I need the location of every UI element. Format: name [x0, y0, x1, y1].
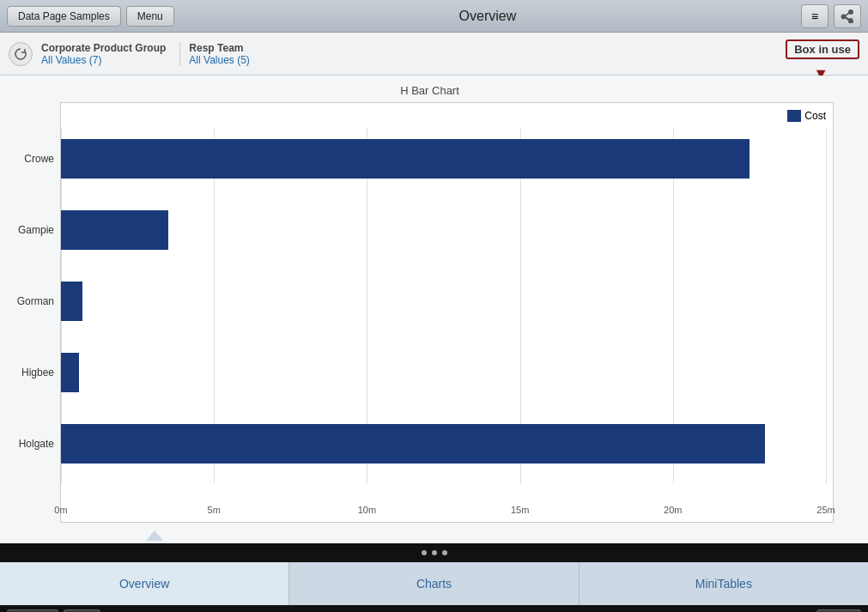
bar: [61, 210, 168, 250]
tab-charts[interactable]: Charts: [289, 562, 579, 605]
x-axis-label: 0m: [54, 505, 67, 515]
bar-row: Gorman: [61, 282, 82, 321]
filter-bar: Corporate Product Group All Values (7) R…: [0, 33, 868, 76]
bar-row: Holgate: [61, 424, 765, 464]
bar-label: Crowe: [9, 153, 61, 165]
bar-row: Gampie: [61, 210, 168, 250]
nav-tabs: Overview Charts MiniTables: [0, 562, 868, 605]
bar-label: Gampie: [9, 224, 61, 236]
corporate-product-group-filter[interactable]: Corporate Product Group All Values (7): [41, 42, 180, 66]
bar: [61, 353, 79, 392]
tab-overview[interactable]: Overview: [0, 562, 289, 605]
box-in-use-text: in use: [818, 43, 851, 56]
dot-1[interactable]: [422, 550, 427, 555]
reset-filter-button[interactable]: [9, 42, 33, 66]
status-bar: Sections Sync Last Sync: 10/30/2019 10:5…: [0, 605, 868, 612]
top-bar-right: ≡: [801, 4, 861, 28]
box-in-use-badge: Box in use: [786, 39, 859, 59]
bar-row: Higbee: [61, 353, 79, 392]
corporate-label: Corporate Product Group: [41, 42, 166, 54]
legend-color-box: [787, 110, 801, 122]
x-axis-label: 20m: [664, 505, 682, 515]
bar-row: Crowe: [61, 139, 750, 179]
top-bar: Data Page Samples Menu Overview ≡: [0, 0, 868, 33]
resp-label: Resp Team: [189, 42, 249, 54]
resp-team-filter[interactable]: Resp Team All Values (5): [189, 42, 263, 66]
legend-label: Cost: [804, 110, 826, 122]
chart-legend: Cost: [787, 110, 826, 122]
tab-minitables[interactable]: MiniTables: [580, 562, 868, 605]
page-title: Overview: [459, 9, 517, 24]
box-bold: Box: [794, 43, 816, 56]
bar: [61, 139, 750, 179]
bar: [61, 424, 765, 464]
chart-title: H Bar Chart: [9, 84, 851, 97]
grid-line: [826, 129, 827, 483]
nav-triangle: [146, 530, 163, 541]
bar: [61, 282, 82, 321]
dot-3[interactable]: [442, 550, 447, 555]
bar-label: Holgate: [9, 438, 61, 450]
menu-button[interactable]: Menu: [126, 6, 174, 27]
resp-value[interactable]: All Values (5): [189, 54, 249, 66]
share-icon[interactable]: [834, 4, 861, 28]
x-axis-label: 5m: [208, 505, 221, 515]
x-axis-label: 15m: [511, 505, 529, 515]
hamburger-icon[interactable]: ≡: [801, 4, 829, 28]
dot-2[interactable]: [432, 550, 437, 555]
bar-label: Gorman: [9, 295, 61, 307]
bar-label: Higbee: [9, 367, 61, 379]
x-axis-label: 25m: [816, 505, 835, 515]
corporate-value[interactable]: All Values (7): [41, 54, 166, 66]
chart-area: Cost 0m5m10m15m20m25mCroweGampieGormanHi…: [60, 102, 834, 523]
top-bar-left: Data Page Samples Menu: [7, 6, 174, 27]
x-axis-label: 10m: [358, 505, 376, 515]
dots-bar: [0, 543, 868, 562]
data-page-samples-button[interactable]: Data Page Samples: [7, 6, 121, 27]
chart-container: H Bar Chart Cost 0m5m10m15m20m25mCroweGa…: [0, 76, 868, 543]
